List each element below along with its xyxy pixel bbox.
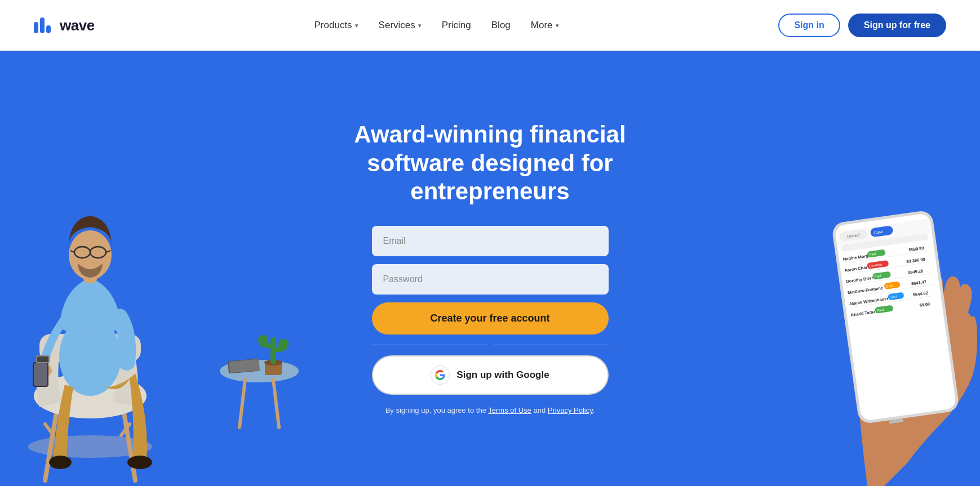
terms-text: By signing up, you agree to the Terms of… — [372, 405, 609, 416]
svg-point-19 — [127, 456, 152, 469]
terms-link[interactable]: Terms of Use — [488, 406, 531, 414]
nav-products[interactable]: Products ▾ — [314, 20, 358, 31]
password-input[interactable] — [372, 264, 609, 295]
svg-rect-21 — [37, 356, 48, 362]
google-signup-label: Sign up with Google — [456, 369, 549, 381]
divider — [372, 345, 609, 345]
nav-services[interactable]: Services ▾ — [379, 20, 422, 31]
google-icon — [431, 365, 450, 385]
google-signup-button[interactable]: Sign up with Google — [372, 355, 609, 395]
navbar-nav: Products ▾ Services ▾ Pricing Blog More … — [314, 20, 559, 31]
hero-phone-image: Unpaid Cash Nadine Morgan Paid $599.99 A… — [766, 103, 980, 486]
hero-title: Award-winning financial software designe… — [349, 121, 631, 206]
signin-button[interactable]: Sign in — [778, 14, 840, 37]
navbar-actions: Sign in Sign up for free — [778, 14, 946, 37]
navbar-logo-section: wave — [34, 17, 95, 34]
svg-point-18 — [49, 456, 72, 469]
wave-logo-icon — [34, 17, 51, 33]
svg-line-24 — [273, 380, 279, 427]
email-input[interactable] — [372, 226, 609, 256]
logo-bar-1 — [34, 22, 38, 33]
divider-line-left — [372, 345, 487, 345]
chevron-down-icon: ▾ — [355, 22, 358, 29]
svg-line-23 — [240, 380, 245, 427]
create-account-button[interactable]: Create your free account — [372, 302, 609, 335]
privacy-link[interactable]: Privacy Policy — [548, 406, 593, 414]
nav-blog[interactable]: Blog — [491, 20, 511, 31]
logo-bar-2 — [40, 17, 45, 33]
hero-section: Award-winning financial software designe… — [0, 51, 980, 486]
navbar: wave Products ▾ Services ▾ Pricing Blog … — [0, 0, 980, 51]
chevron-down-icon: ▾ — [556, 22, 559, 29]
signup-form: Create your free account Sign up with Go… — [372, 226, 609, 416]
nav-pricing[interactable]: Pricing — [442, 20, 471, 31]
svg-rect-17 — [34, 363, 47, 386]
logo-bar-3 — [46, 25, 51, 33]
nav-more[interactable]: More ▾ — [531, 20, 559, 31]
hero-form-section: Award-winning financial software designe… — [349, 121, 631, 416]
hero-person-image — [0, 103, 214, 486]
divider-line-right — [493, 345, 609, 345]
logo-text[interactable]: wave — [60, 17, 95, 34]
chevron-down-icon: ▾ — [418, 22, 422, 29]
table-decoration — [214, 326, 304, 441]
signup-button[interactable]: Sign up for free — [848, 14, 946, 37]
